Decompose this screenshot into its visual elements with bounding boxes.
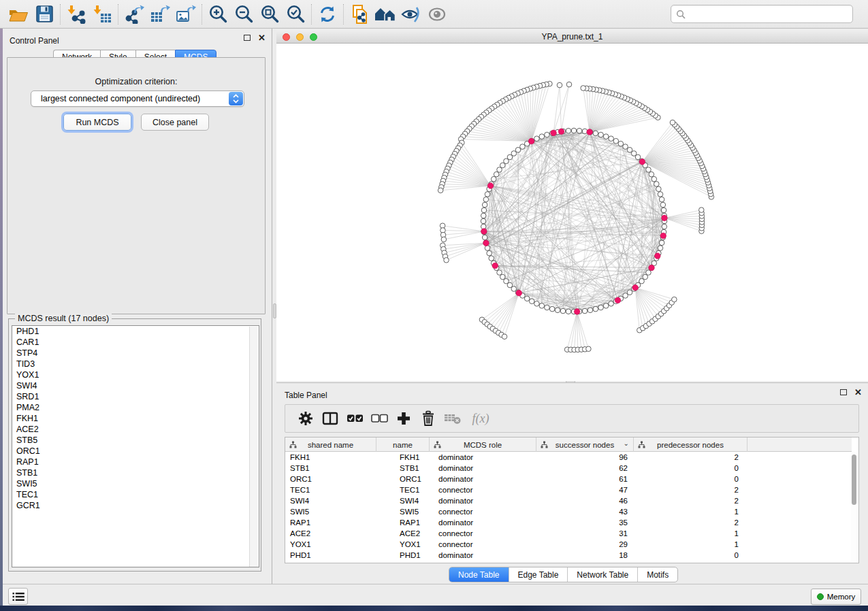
network-node[interactable] [654,182,659,187]
network-hub-node[interactable] [483,240,489,246]
column-header-shared-name[interactable]: shared name [285,437,376,452]
network-hub-node[interactable] [639,159,645,165]
network-node[interactable] [635,154,641,160]
table-row[interactable]: PHD1PHD1dominator180 [285,550,852,561]
memory-button[interactable]: Memory [811,589,861,605]
export-table-button[interactable] [147,2,173,27]
mcds-result-item[interactable]: TEC1 [12,489,259,500]
import-network-button[interactable] [63,2,89,27]
close-panel-icon[interactable]: ✕ [258,35,266,42]
network-node[interactable] [539,303,545,309]
network-node[interactable] [497,167,502,173]
zoom-in-button[interactable] [205,2,231,27]
network-node[interactable] [618,141,624,146]
clone-network-button[interactable] [347,2,372,27]
network-node[interactable] [515,148,521,153]
mcds-result-item[interactable]: PMA2 [12,402,259,413]
network-node[interactable] [504,159,509,164]
network-node[interactable] [656,186,662,192]
network-node[interactable] [507,154,513,160]
float-window-icon[interactable] [244,35,251,41]
mcds-result-item[interactable]: ACE2 [12,424,259,435]
network-node[interactable] [588,308,593,313]
network-node[interactable] [670,120,675,125]
table-row[interactable]: ORC1ORC1dominator610 [285,474,852,484]
navigator-button[interactable] [372,2,398,27]
zoom-fit-button[interactable] [257,2,283,27]
network-hub-node[interactable] [481,229,487,235]
network-node[interactable] [502,334,507,340]
network-node[interactable] [698,208,704,213]
network-node[interactable] [672,297,677,302]
mcds-result-item[interactable]: RAP1 [12,457,259,467]
table-scrollbar-thumb[interactable] [852,455,856,505]
network-node[interactable] [489,256,494,261]
network-node[interactable] [534,301,540,306]
network-node[interactable] [571,128,577,133]
network-hub-node[interactable] [558,129,564,135]
network-node[interactable] [659,197,664,202]
mcds-result-item[interactable]: STP4 [12,348,259,359]
network-node[interactable] [524,296,530,301]
tab-edge-table[interactable]: Edge Table [509,567,568,582]
task-history-button[interactable] [8,588,28,605]
network-node[interactable] [623,293,628,299]
mcds-result-item[interactable]: GCR1 [12,500,259,511]
run-mcds-button[interactable]: Run MCDS [63,114,131,131]
network-node[interactable] [639,278,645,284]
network-node[interactable] [658,192,663,197]
tab-node-table[interactable]: Node Table [449,567,509,582]
network-node[interactable] [631,151,637,156]
network-node[interactable] [441,237,447,242]
network-node[interactable] [487,250,492,256]
column-view-button[interactable] [318,408,342,429]
network-node[interactable] [566,128,571,133]
network-node[interactable] [609,301,614,306]
network-node[interactable] [627,148,632,153]
table-row[interactable]: SWI4SWI4dominator462 [285,495,852,506]
hide-graphics-details-button[interactable] [398,2,424,27]
network-node[interactable] [566,309,571,314]
refresh-button[interactable] [315,2,340,27]
network-node[interactable] [661,208,666,213]
network-node[interactable] [658,246,663,251]
table-settings-button[interactable] [293,408,318,429]
column-header-predecessor-nodes[interactable]: predecessor nodes [634,437,748,452]
zoom-out-button[interactable] [231,2,257,27]
mcds-result-item[interactable]: CAR1 [12,337,259,348]
mcds-list-scrollbar[interactable] [249,327,258,567]
network-hub-node[interactable] [587,129,593,135]
save-session-button[interactable] [31,2,57,27]
network-node[interactable] [438,188,443,193]
mcds-result-item[interactable]: ORC1 [12,446,259,457]
table-row[interactable]: ACE2ACE2connector311 [285,528,852,539]
network-node[interactable] [491,176,496,182]
network-node[interactable] [566,82,572,87]
network-node[interactable] [534,136,540,142]
network-canvas[interactable] [276,44,868,381]
table-row[interactable]: FKH1FKH1dominator962 [285,452,852,463]
network-node[interactable] [646,167,652,173]
network-node[interactable] [549,306,555,312]
criterion-dropdown[interactable]: largest connected component (undirected) [31,90,244,107]
table-row[interactable]: STB1STB1dominator620 [285,463,852,474]
network-hub-node[interactable] [551,130,557,136]
splitter-handle[interactable] [273,303,276,318]
network-node[interactable] [444,258,449,263]
export-image-button[interactable] [173,2,199,27]
network-node[interactable] [481,218,486,224]
network-node[interactable] [504,278,509,284]
mcds-result-item[interactable]: PHD1 [12,326,259,337]
network-node[interactable] [497,270,502,276]
deselect-all-button[interactable] [367,408,391,429]
search-box[interactable] [671,5,853,23]
network-hub-node[interactable] [574,309,580,315]
table-row[interactable]: TEC1TEC1connector472 [285,484,852,495]
network-node[interactable] [482,235,487,240]
network-node[interactable] [520,144,526,150]
mcds-result-item[interactable]: SWI5 [12,478,259,489]
network-hub-node[interactable] [632,284,639,291]
network-node[interactable] [577,128,582,133]
network-node[interactable] [494,171,499,177]
network-node[interactable] [623,144,628,150]
